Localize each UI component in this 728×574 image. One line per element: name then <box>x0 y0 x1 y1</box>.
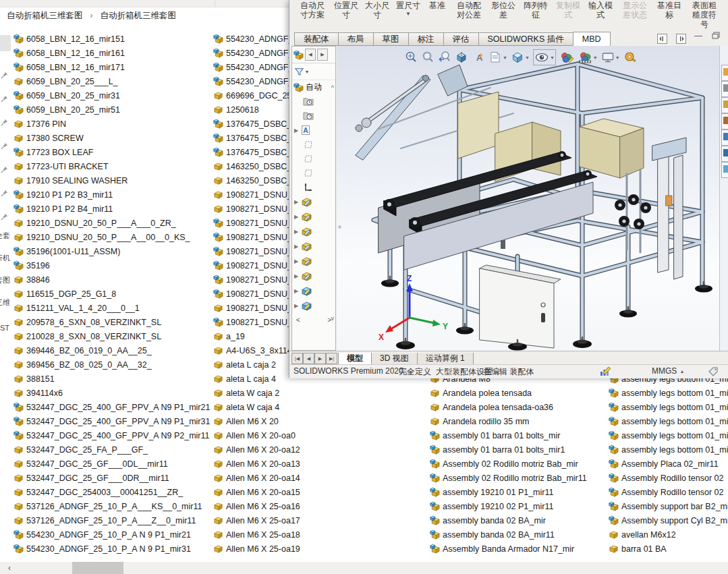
tree-item-comp-a[interactable]: ▶ <box>292 298 335 313</box>
file-list-item[interactable]: 537126_ADNGF_25_10_P_A___KS__0_mir11 <box>13 499 212 513</box>
ribbon-button-置尺寸[interactable]: 置尺寸▼ <box>393 0 424 18</box>
panel-tab-left-icon[interactable]: ◀ <box>305 49 316 61</box>
dropdown-caret-icon[interactable]: ▼ <box>593 55 598 60</box>
previous-window-button[interactable] <box>657 34 667 44</box>
sidebar-selected-item[interactable] <box>0 35 11 51</box>
file-list-item[interactable]: Allen M6 X 20 <box>213 414 308 428</box>
previous-view-icon[interactable] <box>438 51 451 64</box>
file-list-item[interactable]: 6058_LBN_12_16_mir151 <box>13 32 212 46</box>
document-tab-3D 视图[interactable]: 3D 视图 <box>371 353 418 365</box>
zoom-to-area-icon[interactable] <box>421 51 435 64</box>
ribbon-button-位置尺寸[interactable]: 位置尺寸 <box>331 0 362 20</box>
minimize-button[interactable]: — <box>694 31 702 40</box>
ribbon-button-基准目标[interactable]: 基准目标 <box>653 0 685 20</box>
expand-arrow-icon[interactable]: ▶ <box>294 243 298 250</box>
file-list-item[interactable]: 394114x6 <box>13 386 212 400</box>
file-list-item[interactable]: Allen M6 X 25-oa18 <box>213 527 308 542</box>
filter-dropdown-icon[interactable]: ▾ <box>306 69 308 75</box>
file-list-item[interactable]: aleta W caja 4 <box>213 400 308 414</box>
tree-item-comp-p[interactable]: ▶ <box>292 209 335 224</box>
panel-tab-right-icon[interactable]: ▶ <box>317 49 328 61</box>
dropdown-caret-icon[interactable]: ▼ <box>550 55 555 60</box>
file-list-item[interactable]: 17723-UTI BRACKET <box>13 159 212 173</box>
file-list-item[interactable]: Allen M6 X 20-oa14 <box>213 471 308 485</box>
file-list-item[interactable]: barra 01 BA <box>609 542 728 556</box>
ribbon-button-自动尺寸方案[interactable]: 自动尺寸方案 <box>294 0 331 20</box>
file-list-item[interactable]: 388151 <box>13 372 212 386</box>
file-list-item[interactable]: 38846 <box>13 272 212 287</box>
tree-root-assembly[interactable]: 自动 ^ <box>292 80 335 94</box>
dropdown-caret-icon[interactable]: ▼ <box>615 55 620 60</box>
sheet-format-icon[interactable]: ▼ <box>488 51 507 64</box>
sidebar-item-label[interactable]: 全套 <box>0 231 10 241</box>
ribbon-button-形位公差[interactable]: 形位公差 <box>487 0 520 20</box>
file-list-item[interactable]: 369456_BZ_08_025_0_AA__32_ <box>13 357 212 372</box>
file-list-item[interactable]: Allen M6 X 25-oa17 <box>213 513 308 527</box>
commandmanager-tab-MBD[interactable]: MBD <box>573 32 611 47</box>
file-list-item[interactable]: 6059_LBN_20_25_mir31 <box>13 88 212 103</box>
document-tab-运动算例 1[interactable]: 运动算例 1 <box>417 353 474 365</box>
file-list-item[interactable]: assembly legs bottom 01_mi <box>609 428 728 442</box>
file-list-item[interactable]: assembly legs bottom 01_mi <box>609 442 728 457</box>
file-list-item[interactable]: Allen M6 X 25-oa19 <box>213 542 308 556</box>
tree-hscroll[interactable]: < > <box>292 314 335 325</box>
file-list-item[interactable]: Assembly support Cyl B2_mi <box>609 513 728 527</box>
status-units[interactable]: MMGS <box>652 366 677 376</box>
file-list-item[interactable]: Assembly 02 Rodillo motriz Bab_mir11 <box>430 471 607 485</box>
graphics-viewport[interactable]: A ▼ ▼ ▼ ▼ <box>337 46 719 351</box>
file-list-item[interactable]: 116515_DGP_25_G1_8 <box>13 287 212 301</box>
pin-icon[interactable] <box>0 212 9 224</box>
pin-icon[interactable] <box>0 188 9 200</box>
tree-item-plane[interactable] <box>292 138 335 152</box>
file-list-item[interactable]: Allen M6 X 20-oa0 <box>213 428 308 442</box>
pin-icon[interactable] <box>0 117 9 130</box>
file-list-item[interactable]: avellan M6x12 <box>609 527 728 542</box>
file-list-item[interactable]: Assembly Rodillo tensor 02 <box>609 485 728 499</box>
ribbon-button-自动配对公差[interactable]: 自动配对公差 <box>451 0 487 20</box>
commandmanager-tab-布局[interactable]: 布局 <box>338 32 373 46</box>
next-window-button[interactable] <box>676 34 686 44</box>
commandmanager-tab-草图[interactable]: 草图 <box>373 32 408 46</box>
tree-item-comp-p[interactable]: ▶ <box>292 239 335 254</box>
expand-arrow-icon[interactable]: ▶ <box>294 127 298 134</box>
tree-item-comp-p[interactable]: ▶ <box>292 194 335 209</box>
file-list-item[interactable]: Allen M6 X 25-oa16 <box>213 499 308 513</box>
file-list-item[interactable]: assembly 19210 02 P1_mir11 <box>430 499 607 513</box>
file-list-item[interactable]: Assembly 02 Rodillo motriz Bab_mir <box>430 457 607 471</box>
task-pane-file-explorer-icon[interactable] <box>721 97 728 113</box>
file-list-item[interactable]: Allen M6 X 20-oa12 <box>213 442 308 457</box>
tree-scroll-up-icon[interactable]: ^ <box>331 84 334 91</box>
document-tab-模型[interactable]: 模型 <box>338 353 372 365</box>
breadcrumb-folder[interactable]: 自动折箱机三维套图 <box>99 10 178 22</box>
apply-scene-icon[interactable]: ▼ <box>601 51 620 64</box>
file-list-item[interactable]: Arandela polea tensada-oa36 <box>430 400 607 414</box>
pin-icon[interactable] <box>0 141 9 153</box>
tab-scroll-next-icon[interactable]: ▶ <box>314 353 326 364</box>
file-list-item[interactable]: 369446_BZ_06_019_0_AA__25_ <box>13 343 212 357</box>
units-caret-icon[interactable]: ▴ <box>681 368 683 374</box>
file-list-item[interactable]: 151211_VAL_1_4_20___0__1 <box>13 301 212 315</box>
task-pane-appearances-icon[interactable] <box>721 130 728 146</box>
file-list-item[interactable]: assembly 01 barra 01 bolts_mir1 <box>430 442 607 457</box>
tree-item-comp-p[interactable]: ▶ <box>292 224 335 239</box>
expand-arrow-icon[interactable]: ▶ <box>294 273 298 279</box>
annotation-views-icon[interactable]: A <box>472 51 485 64</box>
tree-item-history[interactable] <box>292 94 335 109</box>
file-list-item[interactable]: assembly 01 barra 01 bolts_mir <box>430 428 607 442</box>
file-list-item[interactable]: assembly banda 02 BA_mir <box>430 513 607 527</box>
view-settings-icon[interactable] <box>623 51 637 64</box>
display-style-icon[interactable]: ▼ <box>533 49 556 65</box>
file-list-item[interactable]: 17380 SCREW <box>13 131 212 145</box>
tree-item-sensors[interactable] <box>292 109 335 123</box>
performance-pencil-icon[interactable] <box>600 366 611 378</box>
file-list-item[interactable]: assembly legs bottom 01_mi <box>609 400 728 414</box>
ribbon-button-大小尺寸[interactable]: 大小尺寸 <box>362 0 393 20</box>
file-list-item[interactable]: Arandela rodillo 35 mm <box>430 414 607 428</box>
section-view-icon[interactable] <box>455 51 468 64</box>
commandmanager-tab-评估[interactable]: 评估 <box>443 32 478 46</box>
task-pane-forum-icon[interactable] <box>721 162 728 178</box>
file-list-item[interactable]: aleta W caja 2 <box>213 386 308 400</box>
tag-icon[interactable] <box>708 366 719 378</box>
tree-scroll-left-icon[interactable]: < <box>296 316 300 324</box>
file-list-item[interactable]: 532447_DGC_25_400_GF_PPV_A N9 P2_mir11 <box>13 428 212 442</box>
